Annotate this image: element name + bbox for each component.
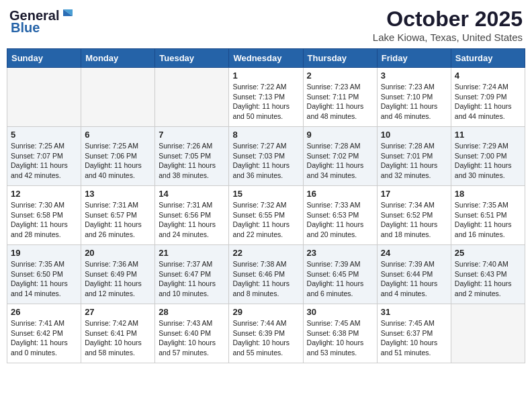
day-header-sunday: Sunday [7, 49, 81, 68]
day-number: 26 [11, 307, 77, 317]
calendar-cell: 2Sunrise: 7:23 AMSunset: 7:11 PMDaylight… [303, 68, 377, 127]
calendar-cell: 20Sunrise: 7:36 AMSunset: 6:49 PMDayligh… [81, 245, 155, 304]
calendar-cell [451, 304, 525, 363]
calendar-week-row: 12Sunrise: 7:30 AMSunset: 6:58 PMDayligh… [7, 186, 525, 245]
calendar-cell: 7Sunrise: 7:26 AMSunset: 7:05 PMDaylight… [155, 127, 229, 186]
day-info: Sunrise: 7:37 AMSunset: 6:47 PMDaylight:… [159, 259, 225, 299]
day-number: 5 [11, 130, 77, 140]
calendar-cell: 25Sunrise: 7:40 AMSunset: 6:43 PMDayligh… [451, 245, 525, 304]
day-info: Sunrise: 7:36 AMSunset: 6:49 PMDaylight:… [85, 259, 151, 299]
day-info: Sunrise: 7:39 AMSunset: 6:45 PMDaylight:… [307, 259, 373, 299]
calendar-cell: 23Sunrise: 7:39 AMSunset: 6:45 PMDayligh… [303, 245, 377, 304]
calendar-cell: 19Sunrise: 7:35 AMSunset: 6:50 PMDayligh… [7, 245, 81, 304]
calendar-header-row: SundayMondayTuesdayWednesdayThursdayFrid… [7, 49, 525, 68]
day-info: Sunrise: 7:32 AMSunset: 6:55 PMDaylight:… [232, 200, 299, 240]
day-number: 3 [381, 71, 447, 81]
day-number: 15 [232, 189, 299, 199]
calendar-cell: 12Sunrise: 7:30 AMSunset: 6:58 PMDayligh… [7, 186, 81, 245]
calendar-cell: 6Sunrise: 7:25 AMSunset: 7:06 PMDaylight… [81, 127, 155, 186]
day-number: 22 [232, 248, 299, 258]
day-info: Sunrise: 7:28 AMSunset: 7:01 PMDaylight:… [381, 141, 447, 181]
logo-arrow-icon [60, 7, 75, 21]
calendar-week-row: 5Sunrise: 7:25 AMSunset: 7:07 PMDaylight… [7, 127, 525, 186]
day-number: 4 [455, 71, 521, 81]
day-info: Sunrise: 7:45 AMSunset: 6:38 PMDaylight:… [307, 318, 373, 358]
day-info: Sunrise: 7:29 AMSunset: 7:00 PMDaylight:… [455, 141, 521, 181]
day-number: 7 [159, 130, 225, 140]
month-title: October 2025 [373, 7, 523, 32]
day-header-thursday: Thursday [303, 49, 377, 68]
day-info: Sunrise: 7:23 AMSunset: 7:10 PMDaylight:… [381, 82, 447, 122]
calendar-cell: 29Sunrise: 7:44 AMSunset: 6:39 PMDayligh… [229, 304, 303, 363]
calendar-cell: 5Sunrise: 7:25 AMSunset: 7:07 PMDaylight… [7, 127, 81, 186]
logo: General Blue [9, 7, 75, 36]
day-number: 21 [159, 248, 225, 258]
calendar-cell: 8Sunrise: 7:27 AMSunset: 7:03 PMDaylight… [229, 127, 303, 186]
calendar-cell: 11Sunrise: 7:29 AMSunset: 7:00 PMDayligh… [451, 127, 525, 186]
calendar-cell [81, 68, 155, 127]
calendar-table: SundayMondayTuesdayWednesdayThursdayFrid… [7, 48, 525, 363]
day-info: Sunrise: 7:42 AMSunset: 6:41 PMDaylight:… [85, 318, 151, 358]
title-section: October 2025 Lake Kiowa, Texas, United S… [373, 7, 523, 43]
calendar-cell: 30Sunrise: 7:45 AMSunset: 6:38 PMDayligh… [303, 304, 377, 363]
day-info: Sunrise: 7:34 AMSunset: 6:52 PMDaylight:… [381, 200, 447, 240]
day-number: 20 [85, 248, 151, 258]
day-header-tuesday: Tuesday [155, 49, 229, 68]
day-info: Sunrise: 7:31 AMSunset: 6:56 PMDaylight:… [159, 200, 225, 240]
day-info: Sunrise: 7:27 AMSunset: 7:03 PMDaylight:… [232, 141, 299, 181]
day-number: 17 [381, 189, 447, 199]
calendar-cell: 24Sunrise: 7:39 AMSunset: 6:44 PMDayligh… [377, 245, 451, 304]
day-number: 9 [307, 130, 373, 140]
day-info: Sunrise: 7:25 AMSunset: 7:06 PMDaylight:… [85, 141, 151, 181]
calendar-week-row: 19Sunrise: 7:35 AMSunset: 6:50 PMDayligh… [7, 245, 525, 304]
day-number: 13 [85, 189, 151, 199]
calendar-cell: 31Sunrise: 7:45 AMSunset: 6:37 PMDayligh… [377, 304, 451, 363]
calendar-cell: 17Sunrise: 7:34 AMSunset: 6:52 PMDayligh… [377, 186, 451, 245]
calendar-week-row: 26Sunrise: 7:41 AMSunset: 6:42 PMDayligh… [7, 304, 525, 363]
day-number: 24 [381, 248, 447, 258]
calendar-cell: 15Sunrise: 7:32 AMSunset: 6:55 PMDayligh… [229, 186, 303, 245]
calendar-cell: 21Sunrise: 7:37 AMSunset: 6:47 PMDayligh… [155, 245, 229, 304]
calendar-cell: 9Sunrise: 7:28 AMSunset: 7:02 PMDaylight… [303, 127, 377, 186]
day-number: 11 [455, 130, 521, 140]
day-info: Sunrise: 7:35 AMSunset: 6:50 PMDaylight:… [11, 259, 77, 299]
calendar-cell: 3Sunrise: 7:23 AMSunset: 7:10 PMDaylight… [377, 68, 451, 127]
day-info: Sunrise: 7:25 AMSunset: 7:07 PMDaylight:… [11, 141, 77, 181]
calendar-cell: 22Sunrise: 7:38 AMSunset: 6:46 PMDayligh… [229, 245, 303, 304]
day-info: Sunrise: 7:28 AMSunset: 7:02 PMDaylight:… [307, 141, 373, 181]
day-number: 10 [381, 130, 447, 140]
calendar-cell: 26Sunrise: 7:41 AMSunset: 6:42 PMDayligh… [7, 304, 81, 363]
day-number: 8 [232, 130, 299, 140]
day-info: Sunrise: 7:23 AMSunset: 7:11 PMDaylight:… [307, 82, 373, 122]
day-number: 31 [381, 307, 447, 317]
day-info: Sunrise: 7:26 AMSunset: 7:05 PMDaylight:… [159, 141, 225, 181]
day-info: Sunrise: 7:24 AMSunset: 7:09 PMDaylight:… [455, 82, 521, 122]
calendar-cell [7, 68, 81, 127]
calendar-cell: 13Sunrise: 7:31 AMSunset: 6:57 PMDayligh… [81, 186, 155, 245]
day-header-wednesday: Wednesday [229, 49, 303, 68]
calendar-cell: 18Sunrise: 7:35 AMSunset: 6:51 PMDayligh… [451, 186, 525, 245]
calendar-cell [155, 68, 229, 127]
day-info: Sunrise: 7:43 AMSunset: 6:40 PMDaylight:… [159, 318, 225, 358]
day-number: 14 [159, 189, 225, 199]
day-info: Sunrise: 7:35 AMSunset: 6:51 PMDaylight:… [455, 200, 521, 240]
day-info: Sunrise: 7:39 AMSunset: 6:44 PMDaylight:… [381, 259, 447, 299]
calendar-cell: 28Sunrise: 7:43 AMSunset: 6:40 PMDayligh… [155, 304, 229, 363]
calendar-cell: 16Sunrise: 7:33 AMSunset: 6:53 PMDayligh… [303, 186, 377, 245]
day-header-saturday: Saturday [451, 49, 525, 68]
day-number: 16 [307, 189, 373, 199]
day-info: Sunrise: 7:33 AMSunset: 6:53 PMDaylight:… [307, 200, 373, 240]
day-number: 1 [232, 71, 299, 81]
day-info: Sunrise: 7:41 AMSunset: 6:42 PMDaylight:… [11, 318, 77, 358]
logo-blue: Blue [11, 20, 40, 36]
day-number: 6 [85, 130, 151, 140]
calendar-cell: 4Sunrise: 7:24 AMSunset: 7:09 PMDaylight… [451, 68, 525, 127]
day-header-monday: Monday [81, 49, 155, 68]
day-number: 2 [307, 71, 373, 81]
day-info: Sunrise: 7:30 AMSunset: 6:58 PMDaylight:… [11, 200, 77, 240]
day-number: 23 [307, 248, 373, 258]
day-info: Sunrise: 7:22 AMSunset: 7:13 PMDaylight:… [232, 82, 299, 122]
calendar-cell: 14Sunrise: 7:31 AMSunset: 6:56 PMDayligh… [155, 186, 229, 245]
day-header-friday: Friday [377, 49, 451, 68]
calendar-week-row: 1Sunrise: 7:22 AMSunset: 7:13 PMDaylight… [7, 68, 525, 127]
